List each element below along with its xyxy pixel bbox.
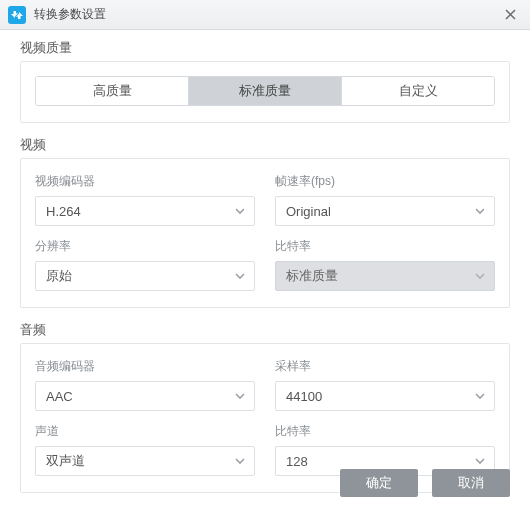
quality-segmented-control: 高质量 标准质量 自定义	[35, 76, 495, 106]
select-value: 标准质量	[286, 267, 338, 285]
section-title-audio: 音频	[20, 322, 510, 343]
select-value: 原始	[46, 267, 72, 285]
select-value: 44100	[286, 389, 322, 404]
chevron-down-icon	[234, 205, 246, 217]
label-audio-samplerate: 采样率	[275, 358, 495, 375]
label-video-encoder: 视频编码器	[35, 173, 255, 190]
field-audio-samplerate: 采样率 44100	[275, 358, 495, 411]
label-video-resolution: 分辨率	[35, 238, 255, 255]
label-audio-encoder: 音频编码器	[35, 358, 255, 375]
window-title: 转换参数设置	[34, 6, 498, 23]
select-value: AAC	[46, 389, 73, 404]
field-video-encoder: 视频编码器 H.264	[35, 173, 255, 226]
section-video: 视频 视频编码器 H.264 帧速率(fps) Original	[20, 137, 510, 308]
label-video-bitrate: 比特率	[275, 238, 495, 255]
select-audio-encoder[interactable]: AAC	[35, 381, 255, 411]
dialog-content: 视频质量 高质量 标准质量 自定义 视频 视频编码器 H.264	[0, 30, 530, 493]
select-value: Original	[286, 204, 331, 219]
select-audio-channels[interactable]: 双声道	[35, 446, 255, 476]
select-value: 128	[286, 454, 308, 469]
field-audio-encoder: 音频编码器 AAC	[35, 358, 255, 411]
select-video-bitrate[interactable]: 标准质量	[275, 261, 495, 291]
section-title-video: 视频	[20, 137, 510, 158]
chevron-down-icon	[474, 390, 486, 402]
select-video-fps[interactable]: Original	[275, 196, 495, 226]
quality-option-standard[interactable]: 标准质量	[189, 77, 342, 105]
quality-option-high[interactable]: 高质量	[36, 77, 189, 105]
select-audio-samplerate[interactable]: 44100	[275, 381, 495, 411]
section-box-video-quality: 高质量 标准质量 自定义	[20, 61, 510, 123]
cancel-button[interactable]: 取消	[432, 469, 510, 497]
title-bar: 转换参数设置	[0, 0, 530, 30]
field-video-fps: 帧速率(fps) Original	[275, 173, 495, 226]
field-video-bitrate: 比特率 标准质量	[275, 238, 495, 291]
select-video-resolution[interactable]: 原始	[35, 261, 255, 291]
select-value: 双声道	[46, 452, 85, 470]
select-video-encoder[interactable]: H.264	[35, 196, 255, 226]
chevron-down-icon	[474, 455, 486, 467]
chevron-down-icon	[234, 455, 246, 467]
chevron-down-icon	[234, 270, 246, 282]
label-audio-channels: 声道	[35, 423, 255, 440]
app-icon	[8, 6, 26, 24]
section-audio: 音频 音频编码器 AAC 采样率 44100	[20, 322, 510, 493]
section-video-quality: 视频质量 高质量 标准质量 自定义	[20, 40, 510, 123]
label-video-fps: 帧速率(fps)	[275, 173, 495, 190]
chevron-down-icon	[234, 390, 246, 402]
close-button[interactable]	[498, 3, 522, 27]
section-title-video-quality: 视频质量	[20, 40, 510, 61]
section-box-video: 视频编码器 H.264 帧速率(fps) Original 分辨率	[20, 158, 510, 308]
chevron-down-icon	[474, 270, 486, 282]
select-value: H.264	[46, 204, 81, 219]
quality-option-custom[interactable]: 自定义	[342, 77, 494, 105]
ok-button[interactable]: 确定	[340, 469, 418, 497]
dialog-footer: 确定 取消	[340, 469, 510, 497]
field-video-resolution: 分辨率 原始	[35, 238, 255, 291]
label-audio-bitrate: 比特率	[275, 423, 495, 440]
chevron-down-icon	[474, 205, 486, 217]
field-audio-channels: 声道 双声道	[35, 423, 255, 476]
